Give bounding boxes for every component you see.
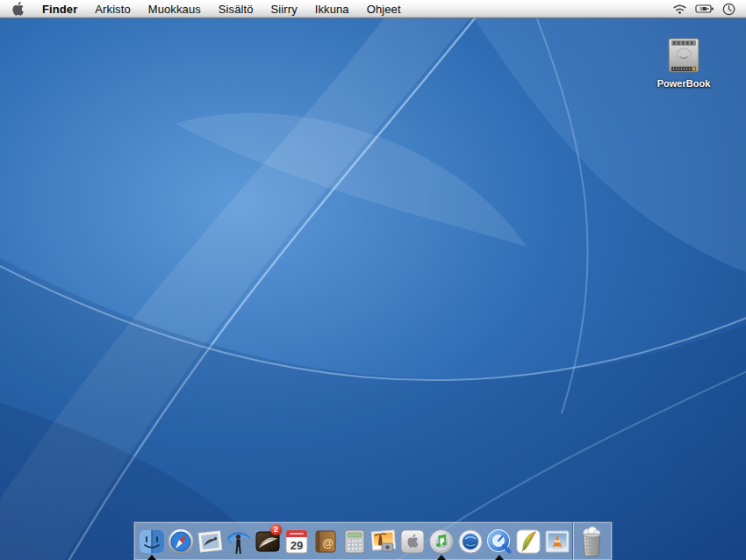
vlc-icon — [543, 528, 571, 556]
dock-item-isync[interactable] — [455, 523, 484, 560]
dock-separator — [572, 522, 573, 560]
running-indicator — [495, 555, 504, 560]
dock-item-trash[interactable] — [574, 525, 609, 558]
safari-icon — [167, 528, 195, 556]
clock-icon — [722, 3, 735, 16]
menu-bar-left: Finder Arkisto Muokkaus Sisältö Siirry I… — [0, 0, 410, 18]
apple-logo-icon — [11, 2, 24, 16]
battery-charging-icon — [695, 3, 714, 15]
dock-item-finder[interactable] — [137, 523, 166, 560]
calculator-icon — [341, 528, 369, 556]
dock-item-itunes[interactable] — [427, 523, 455, 560]
hard-disk-icon — [663, 37, 705, 75]
svg-text:@: @ — [322, 535, 334, 549]
dancer-app-icon — [225, 528, 253, 556]
clock-menu-extra[interactable] — [722, 0, 735, 18]
dock-item-safari[interactable] — [166, 523, 195, 560]
menu-item-ikkuna[interactable]: Ikkuna — [306, 0, 358, 18]
isync-icon — [456, 528, 484, 556]
menu-bar-status-area — [672, 0, 746, 18]
quicktime-icon — [485, 528, 513, 556]
dock-item-quicktime[interactable] — [484, 523, 513, 560]
system-preferences-icon — [398, 528, 427, 556]
dock-app-icons: 2 29 @ — [137, 523, 571, 560]
dock-item-mail[interactable] — [195, 523, 224, 560]
iphoto-icon — [369, 528, 398, 556]
dock-item-dancer-app[interactable] — [224, 523, 253, 560]
dock-item-system-preferences[interactable] — [398, 523, 427, 560]
ical-icon: 29 — [283, 528, 311, 556]
menu-item-ohjeet[interactable]: Ohjeet — [358, 0, 410, 18]
menu-bar: Finder Arkisto Muokkaus Sisältö Siirry I… — [0, 0, 746, 18]
itunes-icon — [427, 528, 455, 556]
address-book-icon: @ — [312, 528, 340, 556]
dock-item-calculator[interactable] — [340, 523, 369, 560]
battery-menu-extra[interactable] — [695, 0, 714, 18]
dock-item-vlc[interactable] — [542, 523, 571, 560]
menu-item-label: Ikkuna — [315, 3, 349, 16]
running-indicator — [147, 555, 156, 560]
menu-item-label: Siirry — [271, 3, 298, 16]
menu-item-sisalto[interactable]: Sisältö — [210, 0, 262, 18]
mail-stamp-icon — [196, 528, 224, 556]
desktop-icon-label: PowerBook — [657, 78, 711, 89]
wifi-icon — [672, 3, 687, 15]
wifi-menu-extra[interactable] — [672, 0, 687, 18]
menu-item-label: Sisältö — [219, 3, 254, 16]
dock-item-address-book[interactable]: @ — [311, 523, 340, 560]
menu-item-label: Ohjeet — [367, 3, 401, 16]
menu-item-label: Arkisto — [95, 3, 130, 16]
apple-menu[interactable] — [0, 0, 33, 18]
dock-item-chat-app[interactable]: 2 — [253, 523, 282, 560]
menu-item-siirry[interactable]: Siirry — [262, 0, 306, 18]
menu-item-muokkaus[interactable]: Muokkaus — [140, 0, 210, 18]
trash-full-icon — [577, 525, 606, 558]
photoshop-feather-icon — [514, 528, 542, 556]
desktop-wallpaper — [0, 18, 746, 560]
dock-item-ical[interactable]: 29 — [282, 523, 311, 560]
dock: 2 29 @ — [133, 521, 613, 560]
notification-badge: 2 — [270, 524, 282, 535]
dock-item-photoshop[interactable] — [513, 523, 542, 560]
running-indicator — [437, 555, 446, 560]
menu-item-label: Muokkaus — [148, 3, 201, 16]
menu-item-arkisto[interactable]: Arkisto — [86, 0, 139, 18]
ical-date: 29 — [290, 539, 302, 552]
dock-item-iphoto[interactable] — [369, 523, 398, 560]
menu-item-finder[interactable]: Finder — [33, 0, 86, 18]
finder-icon — [138, 528, 166, 556]
desktop-icon-powerbook[interactable]: PowerBook — [649, 37, 718, 89]
menu-item-label: Finder — [42, 3, 77, 16]
